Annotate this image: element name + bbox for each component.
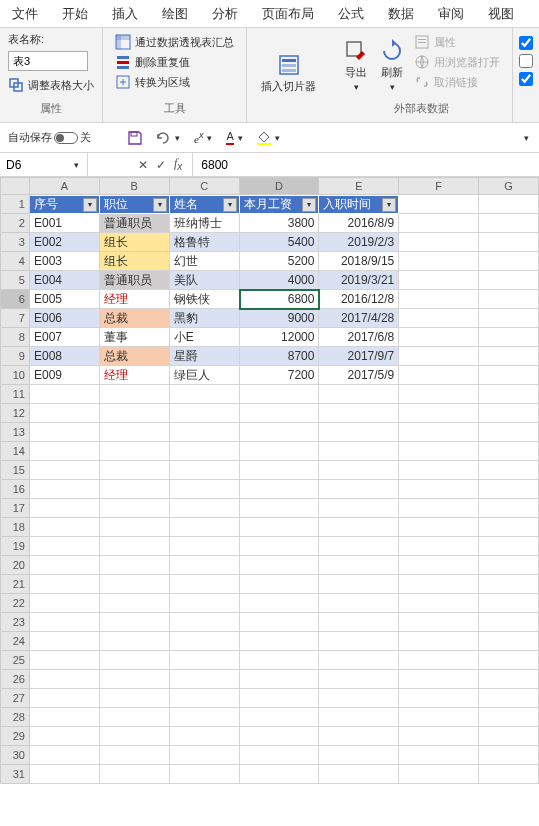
row-header[interactable]: 24 <box>0 632 30 651</box>
filter-button[interactable]: ▾ <box>223 198 237 212</box>
cell[interactable] <box>399 385 479 404</box>
cell[interactable] <box>100 670 170 689</box>
cell[interactable]: 普通职员 <box>100 271 170 290</box>
cell[interactable] <box>30 518 100 537</box>
row-header[interactable]: 17 <box>0 499 30 518</box>
cell[interactable] <box>479 575 539 594</box>
cell[interactable] <box>479 252 539 271</box>
cell[interactable] <box>240 727 320 746</box>
cell[interactable] <box>170 727 240 746</box>
cell[interactable] <box>399 518 479 537</box>
cancel-formula-icon[interactable]: ✕ <box>138 158 148 172</box>
cell[interactable] <box>319 518 399 537</box>
cell[interactable] <box>100 689 170 708</box>
name-box-input[interactable] <box>6 158 66 172</box>
formula-button[interactable]: ex▾ <box>194 130 214 145</box>
cell[interactable] <box>170 689 240 708</box>
cell[interactable]: 幻世 <box>170 252 240 271</box>
cell[interactable] <box>100 556 170 575</box>
name-box[interactable]: ▾ <box>0 153 88 176</box>
row-header[interactable]: 10 <box>0 366 30 385</box>
cell[interactable]: 5200 <box>240 252 320 271</box>
cell[interactable]: E007 <box>30 328 100 347</box>
cell[interactable] <box>319 632 399 651</box>
cell[interactable] <box>100 708 170 727</box>
row-header[interactable]: 27 <box>0 689 30 708</box>
cell[interactable] <box>479 461 539 480</box>
ribbon-tab[interactable]: 文件 <box>0 0 50 27</box>
cell[interactable] <box>30 746 100 765</box>
cell[interactable] <box>170 480 240 499</box>
cell[interactable]: 2017/6/8 <box>319 328 399 347</box>
ribbon-tab[interactable]: 页面布局 <box>250 0 326 27</box>
select-all-corner[interactable] <box>0 177 30 195</box>
ribbon-tab[interactable]: 分析 <box>200 0 250 27</box>
cell[interactable] <box>240 385 320 404</box>
cell[interactable] <box>479 404 539 423</box>
cell[interactable]: 2017/4/28 <box>319 309 399 328</box>
cell[interactable]: 7200 <box>240 366 320 385</box>
cell[interactable] <box>30 575 100 594</box>
cell[interactable] <box>319 670 399 689</box>
cell[interactable] <box>100 480 170 499</box>
row-header[interactable]: 30 <box>0 746 30 765</box>
cell[interactable] <box>399 442 479 461</box>
row-header[interactable]: 22 <box>0 594 30 613</box>
cell[interactable] <box>319 689 399 708</box>
column-header[interactable]: E <box>319 177 399 195</box>
cell[interactable] <box>30 537 100 556</box>
cell[interactable] <box>240 670 320 689</box>
row-header[interactable]: 23 <box>0 613 30 632</box>
cell[interactable] <box>170 556 240 575</box>
cell[interactable] <box>479 632 539 651</box>
ribbon-tab[interactable]: 开始 <box>50 0 100 27</box>
row-header[interactable]: 11 <box>0 385 30 404</box>
cell[interactable] <box>319 442 399 461</box>
qat-customize-icon[interactable]: ▾ <box>522 133 531 143</box>
checkbox-2[interactable] <box>519 54 533 68</box>
cell[interactable]: 2016/12/8 <box>319 290 399 309</box>
cell[interactable] <box>479 423 539 442</box>
cell[interactable] <box>399 765 479 784</box>
cell[interactable] <box>240 518 320 537</box>
cell[interactable]: 8700 <box>240 347 320 366</box>
cell[interactable] <box>319 461 399 480</box>
column-header[interactable]: A <box>30 177 100 195</box>
cell[interactable] <box>479 689 539 708</box>
cell[interactable]: 2017/9/7 <box>319 347 399 366</box>
cell[interactable] <box>319 594 399 613</box>
cell[interactable]: 总裁 <box>100 309 170 328</box>
cell[interactable] <box>30 670 100 689</box>
cell[interactable] <box>30 651 100 670</box>
ribbon-tab[interactable]: 公式 <box>326 0 376 27</box>
cell[interactable] <box>479 290 539 309</box>
cell[interactable] <box>479 651 539 670</box>
cell[interactable] <box>240 613 320 632</box>
cell[interactable] <box>399 461 479 480</box>
cell[interactable] <box>170 575 240 594</box>
row-header[interactable]: 19 <box>0 537 30 556</box>
cell[interactable] <box>399 252 479 271</box>
fx-icon[interactable]: fx <box>174 156 182 172</box>
cell[interactable] <box>100 613 170 632</box>
cell[interactable] <box>399 290 479 309</box>
cell[interactable]: 董事 <box>100 328 170 347</box>
cell[interactable] <box>319 423 399 442</box>
cell[interactable] <box>100 575 170 594</box>
row-header[interactable]: 9 <box>0 347 30 366</box>
cell[interactable]: 2019/2/3 <box>319 233 399 252</box>
cell[interactable] <box>319 746 399 765</box>
row-header[interactable]: 25 <box>0 651 30 670</box>
fill-color-button[interactable]: ▾ <box>257 131 282 145</box>
checkbox-1[interactable] <box>519 36 533 50</box>
table-header-cell[interactable]: 姓名▾ <box>170 195 240 214</box>
cell[interactable] <box>30 765 100 784</box>
ribbon-tab[interactable]: 绘图 <box>150 0 200 27</box>
cell[interactable]: 经理 <box>100 290 170 309</box>
cell[interactable] <box>170 613 240 632</box>
cell[interactable] <box>399 404 479 423</box>
cell[interactable]: 星爵 <box>170 347 240 366</box>
cell[interactable] <box>30 423 100 442</box>
cell[interactable] <box>100 632 170 651</box>
ribbon-tab[interactable]: 视图 <box>476 0 526 27</box>
